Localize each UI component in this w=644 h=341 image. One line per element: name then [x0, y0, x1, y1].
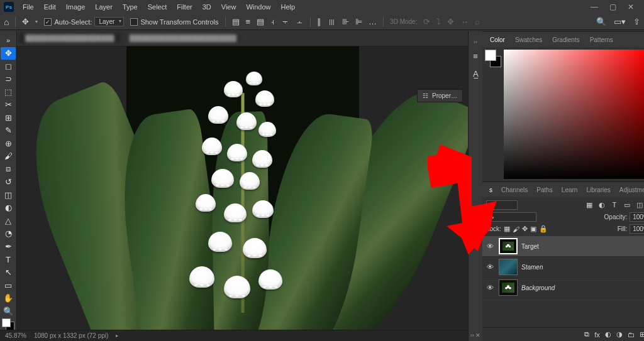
visibility-toggle-icon[interactable]: 👁: [485, 263, 495, 271]
filter-pixel-icon[interactable]: ▦: [584, 200, 594, 210]
menu-view[interactable]: View: [216, 3, 242, 11]
3d-slide-icon[interactable]: ↔: [460, 17, 469, 26]
align-bottom-icon[interactable]: ⫠: [296, 17, 304, 26]
show-transform-checkbox[interactable]: [130, 18, 138, 26]
move-tool[interactable]: ✥: [1, 47, 16, 60]
eraser-tool[interactable]: ◫: [1, 188, 16, 202]
layer-thumbnail[interactable]: [499, 238, 518, 254]
menu-filter[interactable]: Filter: [172, 3, 197, 11]
quick-select-tool[interactable]: ⬚: [1, 85, 16, 99]
home-icon[interactable]: ⌂: [4, 17, 9, 27]
dodge-tool[interactable]: ◔: [1, 227, 16, 241]
window-close[interactable]: ✕: [625, 3, 636, 11]
3d-orbit-icon[interactable]: ⟳: [423, 17, 430, 26]
channels-tab[interactable]: Channels: [497, 184, 532, 196]
zoom-tool[interactable]: 🔍: [1, 305, 16, 318]
lock-pixels-icon[interactable]: 🖌: [513, 225, 519, 233]
3d-roll-icon[interactable]: ⤵: [436, 17, 441, 26]
doc-tab-1[interactable]: ████████████████████: [19, 33, 121, 43]
patterns-tab[interactable]: Patterns: [585, 34, 618, 46]
history-brush-tool[interactable]: ↺: [1, 176, 16, 189]
3d-camera-icon[interactable]: ⌕: [475, 17, 480, 26]
menu-window[interactable]: Window: [241, 3, 275, 11]
align-center-h-icon[interactable]: ≡: [246, 17, 251, 26]
lock-artboard-icon[interactable]: ▣: [530, 225, 536, 233]
filter-smart-icon[interactable]: ◫: [635, 200, 644, 210]
status-info-dropdown[interactable]: ▸: [116, 333, 118, 338]
menu-file[interactable]: File: [18, 3, 39, 11]
layer-row-stamen[interactable]: 👁 Stamen: [482, 257, 644, 278]
layer-style-icon[interactable]: fx: [594, 331, 600, 338]
layer-thumbnail[interactable]: [499, 279, 518, 296]
properties-collapsed-tab[interactable]: ☷ Proper…: [417, 89, 463, 102]
character-panel-icon[interactable]: A̲: [469, 67, 482, 80]
paths-tab[interactable]: Paths: [532, 184, 557, 196]
document-info[interactable]: 1080 px x 1332 px (72 ppi): [34, 332, 108, 339]
filter-shape-icon[interactable]: ▭: [622, 200, 632, 210]
align-right-icon[interactable]: ▤: [257, 17, 264, 26]
new-adjustment-icon[interactable]: ◑: [616, 330, 623, 338]
brush-tool[interactable]: 🖌: [1, 150, 16, 163]
marquee-tool[interactable]: ◻: [1, 60, 16, 73]
foreground-color[interactable]: [2, 318, 11, 327]
distribute-v-icon[interactable]: ⫼: [328, 17, 336, 26]
pen-tool[interactable]: ✒: [1, 240, 16, 253]
auto-select-checkbox[interactable]: [44, 18, 52, 26]
window-minimize[interactable]: —: [588, 3, 601, 11]
menu-layer[interactable]: Layer: [90, 3, 118, 11]
share-icon[interactable]: ⇧: [633, 17, 640, 26]
healing-tool[interactable]: ⊕: [1, 137, 16, 150]
color-saturation-field[interactable]: [504, 50, 644, 179]
doc-tab-2[interactable]: ████████████████████████: [123, 33, 243, 43]
adjustments-tab[interactable]: Adjustments: [615, 184, 644, 196]
layer-thumbnail[interactable]: [499, 259, 518, 275]
3d-pan-icon[interactable]: ✥: [447, 17, 454, 26]
filter-type-icon[interactable]: T: [609, 200, 619, 210]
layer-name[interactable]: Stamen: [521, 264, 543, 271]
libraries-tab[interactable]: Libraries: [582, 184, 614, 196]
menu-help[interactable]: Help: [276, 3, 301, 11]
zoom-level[interactable]: 45.87%: [5, 332, 26, 339]
new-group-icon[interactable]: 🗀: [628, 331, 635, 338]
align-center-v-icon[interactable]: ⫟: [281, 17, 289, 26]
distribute-space-icon[interactable]: ⊪: [342, 17, 349, 26]
type-tool[interactable]: T: [1, 253, 16, 266]
color-tab[interactable]: Color: [485, 34, 510, 46]
opacity-input[interactable]: 100%: [630, 212, 644, 222]
crop-tool[interactable]: ✂: [1, 99, 16, 112]
shape-tool[interactable]: ▭: [1, 279, 16, 292]
canvas[interactable]: [126, 46, 359, 325]
search-icon[interactable]: 🔍: [596, 17, 606, 26]
workspace-icon[interactable]: ▭▾: [614, 17, 626, 26]
lasso-tool[interactable]: ⊃: [1, 73, 16, 86]
new-layer-icon[interactable]: ⊞: [640, 330, 644, 338]
menu-type[interactable]: Type: [118, 3, 143, 11]
visibility-toggle-icon[interactable]: 👁: [485, 284, 495, 291]
fill-input[interactable]: 100%: [630, 224, 644, 234]
layer-mask-icon[interactable]: ◐: [605, 330, 611, 338]
link-layers-icon[interactable]: ⧉: [584, 330, 589, 338]
more-align-icon[interactable]: …: [369, 17, 377, 26]
menu-select[interactable]: Select: [143, 3, 172, 11]
filter-adjust-icon[interactable]: ◐: [597, 200, 607, 210]
frame-tool[interactable]: ⊞: [1, 111, 16, 124]
distribute-space-v-icon[interactable]: ⊫: [355, 17, 362, 26]
layer-kind-filter-dropdown[interactable]: [486, 200, 518, 210]
distribute-h-icon[interactable]: ∥: [317, 17, 321, 26]
layer-row-background[interactable]: 👁 Background 🔒: [482, 278, 644, 298]
align-top-icon[interactable]: ⫞: [270, 17, 275, 26]
menu-3d[interactable]: 3D: [197, 3, 216, 11]
eyedropper-tool[interactable]: ✎: [1, 124, 16, 138]
hand-tool[interactable]: ✋: [1, 291, 16, 305]
window-maximize[interactable]: ▢: [607, 3, 619, 11]
align-left-icon[interactable]: ▤: [232, 17, 240, 26]
menu-image[interactable]: Image: [61, 3, 91, 11]
blend-mode-dropdown[interactable]: [486, 212, 536, 222]
layer-name[interactable]: Background: [521, 284, 555, 291]
auto-select-target-dropdown[interactable]: Layer: [94, 17, 124, 26]
gradient-tool[interactable]: ◐: [1, 202, 16, 215]
brushes-panel-icon[interactable]: ≡: [469, 49, 482, 63]
layer-row-target[interactable]: 👁 Target: [482, 236, 644, 257]
swatches-tab[interactable]: Swatches: [510, 34, 547, 46]
foreground-background-swatch[interactable]: [2, 318, 14, 330]
